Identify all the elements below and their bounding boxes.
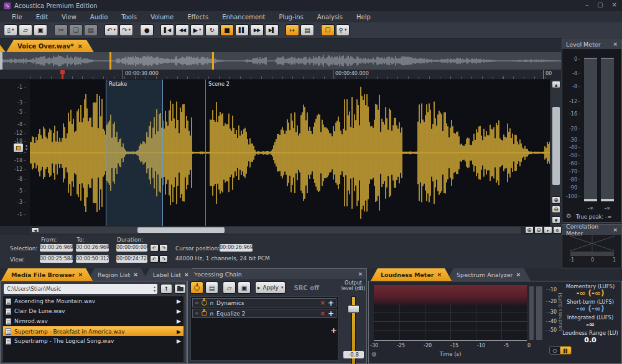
file-row-supertramp-logical-song[interactable]: Supertramp - The Logical Song.wav ▶ (3, 336, 183, 346)
play-icon[interactable]: ▶ (177, 329, 181, 335)
correlation-meter-title-bar[interactable]: Correlation Meter × (562, 225, 621, 235)
play-icon[interactable]: ▶ (177, 338, 181, 344)
go-to-start-button[interactable]: ▌◀ (160, 24, 174, 36)
headphones-icon[interactable]: ∩ (210, 311, 214, 317)
zoom-out-button[interactable]: ⊖ (534, 226, 543, 234)
waveform-editor[interactable]: -1-3-5-8-12-18-∞-18-12-8-5-3-1 ▴ ▾ Retak… (0, 80, 561, 226)
pause-button[interactable]: ▌▌ (235, 24, 249, 36)
undo-button[interactable]: ↶ ▾ (104, 24, 118, 36)
log-view-button[interactable]: ▤ (300, 24, 314, 36)
file-row-ascending-the-mountain[interactable]: Ascending the Mountain.wav ▶ (3, 296, 183, 306)
drag-handle-icon[interactable]: ≡ (195, 300, 199, 306)
rewind-button[interactable]: ◀◀ (175, 24, 189, 36)
region-retake[interactable]: Retake (106, 80, 163, 226)
remove-item-icon[interactable]: × (320, 310, 325, 317)
chain-item-equalize-2[interactable]: ≡ ∩ Equalize 2 × + (192, 309, 337, 318)
channel-display-button[interactable] (13, 143, 24, 153)
play-button[interactable]: ▶ ▾ (190, 24, 204, 36)
zoom-in-vertical-button[interactable]: ⊕ (552, 196, 560, 204)
scroll-down-button[interactable]: ▼ (552, 216, 560, 224)
selection-tool-button[interactable]: ☐ (321, 24, 335, 36)
menu-edit[interactable]: Edit (29, 14, 55, 20)
view-duration-field[interactable]: 00:00:24:728 (116, 255, 147, 263)
close-tab-icon[interactable]: × (78, 43, 83, 50)
file-row-supertramp-breakfast[interactable]: Supertramp - Breakfast in America.wav ▶ (3, 326, 183, 336)
overview-left-handle[interactable] (0, 52, 2, 70)
playback-cursor-marker[interactable] (60, 70, 65, 74)
tab-media-file-browser[interactable]: Media File Browser × (1, 268, 93, 281)
zoom-tool-button[interactable]: ⚲ ▾ (336, 24, 350, 36)
close-tab-icon[interactable]: × (133, 271, 138, 278)
chain-save-button[interactable]: ▣ (238, 281, 251, 294)
view-undo-button[interactable]: ↶ (150, 255, 159, 263)
close-tab-icon[interactable]: × (516, 271, 521, 278)
close-window-button[interactable]: × (612, 1, 617, 8)
minimize-button[interactable]: – (585, 1, 588, 8)
zoom-settings-button[interactable]: ⚙ (553, 226, 562, 234)
view-from-field[interactable]: 00:00:25:584 (40, 255, 73, 263)
redo-button[interactable]: ↷ ▾ (119, 24, 133, 36)
open-file-button[interactable]: ▱ (19, 24, 32, 36)
view-redo-button[interactable]: ↷ (159, 255, 168, 263)
menu-enhancement[interactable]: Enhancement (215, 14, 272, 20)
scroll-up-button[interactable]: ▲ (552, 81, 560, 88)
menu-tools[interactable]: Tools (114, 14, 144, 20)
close-panel-icon[interactable]: × (613, 227, 618, 233)
close-tab-icon[interactable]: × (78, 271, 83, 278)
loop-button[interactable]: ↻ (205, 24, 219, 36)
drag-handle-icon[interactable]: ≡ (195, 311, 199, 316)
paste-button[interactable]: ▤ (84, 24, 98, 36)
power-icon[interactable] (202, 311, 207, 316)
menu-effects[interactable]: Effects (180, 14, 215, 20)
zoom-out-vertical-button[interactable]: ⊖ (552, 206, 560, 213)
close-panel-icon[interactable]: × (358, 271, 363, 277)
cursor-position-field[interactable]: 00:00:26:969 (220, 244, 253, 252)
loudness-reset-button[interactable]: ○ (549, 346, 560, 355)
go-to-end-button[interactable]: ▶▌ (265, 24, 279, 36)
chain-open-button[interactable]: ▱ (223, 281, 236, 294)
menu-view[interactable]: View (55, 14, 83, 20)
menu-audio[interactable]: Audio (83, 14, 114, 20)
record-button[interactable]: ● (140, 24, 154, 36)
overview-view-region[interactable] (109, 52, 214, 70)
parent-folder-button[interactable]: ↑ (160, 284, 172, 294)
new-file-button[interactable]: ▯ ▾ (4, 24, 17, 36)
channel-spinner[interactable]: ▴ ▾ (26, 143, 27, 151)
horizontal-scrollbar[interactable]: ◀ (30, 226, 521, 234)
power-icon[interactable] (202, 300, 207, 306)
play-icon[interactable]: ▶ (177, 318, 181, 324)
waveform-overview[interactable] (0, 52, 561, 70)
selection-from-field[interactable]: 00:00:26:969 (40, 244, 73, 252)
play-icon[interactable]: ▶ (177, 308, 181, 314)
view-to-field[interactable]: 00:00:50:312 (76, 255, 109, 263)
horizontal-scroll-thumb[interactable] (137, 227, 225, 233)
output-level-slider-handle[interactable] (348, 305, 360, 313)
level-meter-settings-icon[interactable]: ⚙ (566, 212, 572, 219)
zoom-in-button[interactable]: ⊕ (525, 226, 534, 234)
apply-chain-button[interactable]: ▸ Apply ▾ (255, 281, 285, 294)
remove-item-icon[interactable]: × (320, 299, 325, 306)
spin-down-icon[interactable]: ▾ (26, 147, 27, 151)
selection-to-field[interactable]: 00:00:26:969 (76, 244, 109, 252)
tab-voice-over-wav[interactable]: Voice Over.wav* × (6, 40, 94, 52)
copy-button[interactable]: ❏ (69, 24, 83, 36)
selection-duration-field[interactable]: 00:00:00:000 (116, 244, 147, 252)
scrub-playback-button[interactable]: ↦ (285, 24, 299, 36)
tab-loudness-meter[interactable]: Loudness Meter × (371, 268, 452, 281)
chain-enable-button[interactable] (190, 281, 203, 294)
vertical-scrollbar[interactable]: ▲ ⊕ ⊖ ▼ (550, 80, 561, 226)
cut-button[interactable]: ✂ (54, 24, 68, 36)
path-combobox[interactable]: C:\Users\Stian\Music ▴▾ (4, 284, 157, 294)
add-item-icon[interactable]: + (328, 309, 334, 318)
zoom-menu-button[interactable]: ▸ (544, 226, 552, 234)
close-tab-icon[interactable]: × (184, 271, 189, 278)
menu-help[interactable]: Help (350, 14, 378, 20)
level-meter-title-bar[interactable]: Level Meter × (562, 39, 621, 49)
loudness-pause-button[interactable]: ▌▌ (560, 346, 572, 355)
headphones-icon[interactable]: ∩ (210, 300, 214, 306)
tab-region-list[interactable]: Region List × (88, 268, 148, 281)
file-row-clair-de-lune[interactable]: Clair De Lune.wav ▶ (3, 306, 183, 316)
menu-plugins[interactable]: Plug-ins (272, 14, 310, 20)
tab-spectrum-analyzer[interactable]: Spectrum Analyzer × (447, 268, 531, 281)
selection-redo-button[interactable]: ↷ (159, 244, 168, 252)
